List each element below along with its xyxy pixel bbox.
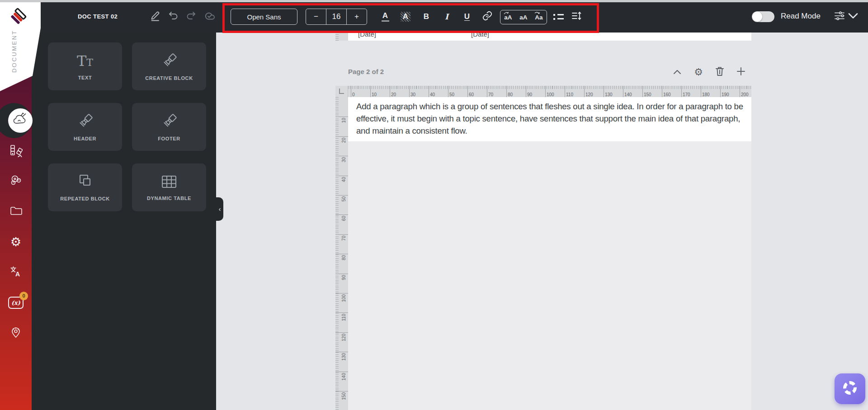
chevron-down-icon bbox=[848, 10, 859, 23]
previous-page-bottom[interactable]: [Date] [Date] bbox=[348, 33, 751, 41]
section-label: DOCUMENT bbox=[11, 30, 18, 73]
ruler-tick: 120 bbox=[335, 332, 348, 333]
undo-icon bbox=[168, 10, 179, 23]
variables-badge: 0 bbox=[19, 292, 28, 300]
lowercase-button[interactable]: Aa bbox=[534, 14, 543, 21]
block-card-label: CREATIVE BLOCK bbox=[145, 75, 193, 81]
svg-text:H: H bbox=[13, 182, 14, 184]
gear-icon: ⚙ bbox=[694, 67, 703, 77]
ruler-tick: 120 bbox=[584, 86, 585, 97]
sliders-icon bbox=[834, 10, 845, 23]
ruler-tick: 40 bbox=[429, 86, 429, 97]
toggle-knob bbox=[752, 12, 762, 22]
ruler-tick: 170 bbox=[681, 86, 682, 97]
italic-button[interactable]: I bbox=[439, 9, 455, 25]
app-logo bbox=[8, 7, 27, 26]
highlight-button[interactable]: A bbox=[397, 9, 414, 25]
sidebar-item-design-active[interactable] bbox=[8, 108, 33, 133]
page-settings-button[interactable]: ⚙ bbox=[693, 67, 704, 78]
margin-corner-icon bbox=[339, 89, 344, 94]
uppercase-button[interactable]: aA bbox=[504, 14, 512, 21]
horizontal-ruler: 0102030405060708090100110120130140150160… bbox=[335, 86, 751, 97]
ruler-tick: 50 bbox=[335, 195, 348, 196]
ruler-tick: 10 bbox=[370, 86, 371, 97]
design-brush-icon bbox=[12, 112, 28, 130]
marker-icon bbox=[160, 52, 178, 71]
blocks-panel: TT TEXT CREATIVE BLOCK HEADER FOOTER REP… bbox=[32, 33, 216, 410]
ruler-tick: 140 bbox=[623, 86, 623, 97]
redo-icon bbox=[186, 10, 197, 23]
date-field[interactable]: [Date] bbox=[358, 33, 376, 38]
ruler-tick: 200 bbox=[740, 86, 740, 97]
ruler-tick: 30 bbox=[335, 156, 348, 156]
block-card-dynamic-table[interactable]: DYNAMIC TABLE bbox=[132, 163, 206, 211]
block-card-label: FOOTER bbox=[158, 136, 180, 141]
bullet-list-button[interactable] bbox=[550, 9, 566, 25]
ruler-tick: 0 bbox=[351, 86, 351, 97]
ruler-tick: 50 bbox=[448, 86, 448, 97]
svg-text:A: A bbox=[15, 270, 20, 278]
read-mode-toggle[interactable] bbox=[752, 11, 774, 22]
block-card-repeated-block[interactable]: REPEATED BLOCK bbox=[48, 163, 122, 211]
capitalize-button[interactable]: aA bbox=[519, 14, 528, 21]
line-spacing-button[interactable] bbox=[569, 9, 584, 24]
page-2: Add a paragraph which is a group of sent… bbox=[348, 97, 751, 410]
redo-button[interactable] bbox=[184, 9, 199, 24]
block-card-creative-block[interactable]: CREATIVE BLOCK bbox=[132, 42, 206, 90]
ruler-tick: 100 bbox=[545, 86, 546, 97]
ruler-tick: 60 bbox=[467, 86, 468, 97]
cloud-saved-icon bbox=[204, 10, 215, 23]
sidebar-item-molecule[interactable]: H H bbox=[8, 174, 24, 189]
font-size-decrease-button[interactable]: − bbox=[306, 9, 326, 24]
edit-button[interactable] bbox=[147, 9, 163, 24]
ruler-tick: 20 bbox=[335, 136, 348, 137]
paragraph-text-block[interactable]: Add a paragraph which is a group of sent… bbox=[348, 97, 751, 141]
font-size-value: 16 bbox=[326, 9, 346, 24]
ruler-tick: 10 bbox=[335, 116, 348, 117]
sidebar-item-ideas[interactable] bbox=[8, 325, 24, 340]
bold-button[interactable]: B bbox=[418, 9, 434, 25]
font-size-stepper: − 16 + bbox=[306, 9, 367, 25]
sidebar-item-folder[interactable] bbox=[8, 204, 24, 219]
font-size-increase-button[interactable]: + bbox=[346, 9, 367, 24]
block-card-text[interactable]: TT TEXT bbox=[48, 42, 122, 90]
date-field[interactable]: [Date] bbox=[471, 33, 489, 38]
link-button[interactable] bbox=[480, 9, 495, 24]
underline-button[interactable]: U bbox=[459, 9, 475, 25]
save-status-button[interactable] bbox=[202, 9, 217, 24]
font-family-select[interactable]: Open Sans bbox=[231, 9, 297, 25]
ruler-tick: 180 bbox=[701, 86, 701, 97]
help-fab-button[interactable] bbox=[835, 373, 865, 404]
horizontal-ruler-scale: 0102030405060708090100110120130140150160… bbox=[348, 86, 751, 97]
font-color-button[interactable]: A bbox=[377, 9, 393, 25]
block-card-header[interactable]: HEADER bbox=[48, 103, 122, 151]
ruler-tick: 60 bbox=[335, 214, 348, 215]
highlight-icon: A bbox=[401, 12, 410, 22]
ruler-tick: 140 bbox=[335, 372, 348, 372]
undo-button[interactable] bbox=[165, 9, 181, 24]
ruler-tick: 150 bbox=[642, 86, 643, 97]
window-edge-strip bbox=[0, 0, 868, 2]
collapse-toolbar-button[interactable] bbox=[845, 9, 861, 24]
collapse-page-button[interactable] bbox=[672, 67, 683, 78]
ruler-tick: 30 bbox=[409, 86, 410, 97]
ruler-tick: 190 bbox=[720, 86, 721, 97]
sidebar-nav: H H ⚙ A (x) bbox=[0, 144, 32, 340]
block-card-footer[interactable]: FOOTER bbox=[132, 103, 206, 151]
sidebar-item-palette[interactable] bbox=[8, 144, 24, 159]
block-card-label: TEXT bbox=[78, 75, 92, 80]
panel-collapse-handle[interactable]: ‹ bbox=[216, 197, 223, 221]
sidebar-item-settings[interactable]: ⚙ bbox=[8, 234, 24, 250]
add-page-button[interactable] bbox=[736, 67, 746, 78]
page-indicator: Page 2 of 2 bbox=[348, 68, 384, 75]
idea-pin-icon bbox=[9, 325, 23, 340]
ruler-tick: 160 bbox=[662, 86, 662, 97]
trash-icon bbox=[715, 66, 724, 78]
view-options-button[interactable] bbox=[832, 9, 847, 24]
sidebar-item-variables[interactable]: (x) 0 bbox=[8, 295, 24, 310]
sidebar-item-translate[interactable]: A bbox=[8, 265, 24, 280]
delete-page-button[interactable] bbox=[714, 67, 725, 78]
ruler-tick: 80 bbox=[335, 254, 348, 254]
gear-icon: ⚙ bbox=[10, 236, 21, 248]
document-canvas: [Date] [Date] Page 2 of 2 ⚙ 010203040506… bbox=[216, 33, 868, 410]
